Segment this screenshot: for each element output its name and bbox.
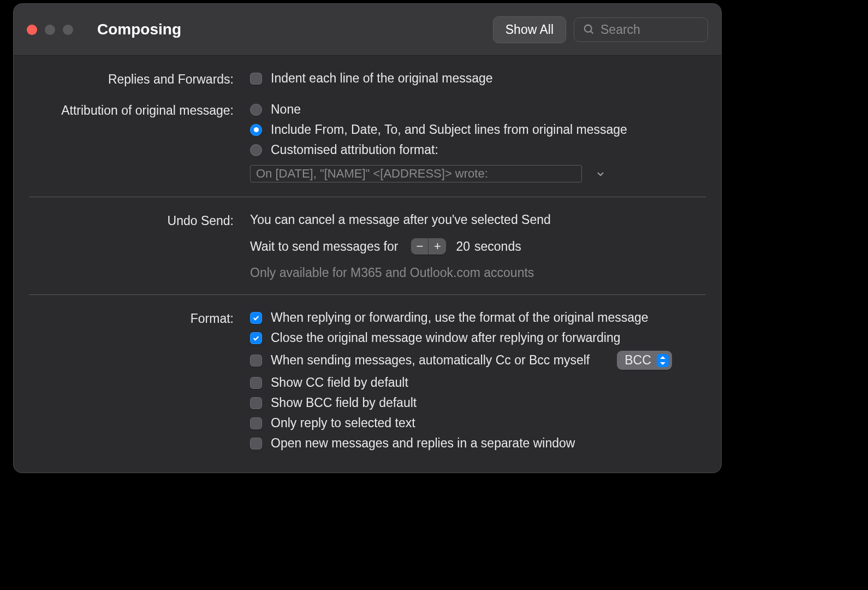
undo-seconds-value: 20	[456, 239, 470, 254]
window-title: Composing	[97, 21, 181, 38]
opt-show-bcc[interactable]: Show BCC field by default	[250, 396, 706, 410]
checkbox-close-original[interactable]	[250, 332, 262, 344]
label-undo: Undo Send:	[29, 213, 250, 228]
undo-wait-prefix: Wait to send messages for	[250, 239, 398, 254]
toolbar-right: Show All	[493, 16, 708, 43]
undo-seconds-stepper: − +	[411, 238, 446, 255]
text-use-original: When replying or forwarding, use the for…	[271, 310, 649, 325]
checkbox-use-original[interactable]	[250, 312, 262, 324]
text-show-cc: Show CC field by default	[271, 375, 408, 390]
text-attr-custom: Customised attribution format:	[271, 143, 438, 157]
undo-wait-line: Wait to send messages for − + 20 seconds	[250, 238, 706, 255]
updown-icon	[657, 354, 669, 367]
svg-point-0	[585, 25, 592, 32]
text-attr-none: None	[271, 102, 301, 117]
custom-attribution-input[interactable]: On [DATE], "[NAME]" <[ADDRESS]> wrote:	[250, 165, 582, 182]
radio-none[interactable]	[250, 104, 262, 116]
radio-custom[interactable]	[250, 144, 262, 156]
row-format: Format: When replying or forwarding, use…	[29, 310, 706, 451]
checkbox-show-bcc[interactable]	[250, 397, 262, 409]
opt-open-separate[interactable]: Open new messages and replies in a separ…	[250, 436, 706, 451]
preferences-window: Composing Show All Replies and Forwards:…	[13, 3, 722, 473]
text-indent: Indent each line of the original message	[271, 71, 493, 86]
svg-marker-3	[660, 362, 665, 365]
opt-indent[interactable]: Indent each line of the original message	[250, 71, 706, 86]
minimize-window-button[interactable]	[45, 25, 55, 35]
zoom-window-button[interactable]	[63, 25, 73, 35]
opt-close-original[interactable]: Close the original message window after …	[250, 331, 706, 345]
checkbox-auto-cc[interactable]	[250, 355, 262, 367]
opt-reply-selected[interactable]: Only reply to selected text	[250, 416, 706, 430]
search-icon	[583, 23, 595, 36]
opt-show-cc[interactable]: Show CC field by default	[250, 375, 706, 390]
radio-include[interactable]	[250, 124, 262, 136]
opt-attribution-custom[interactable]: Customised attribution format:	[250, 143, 706, 157]
label-attribution: Attribution of original message:	[29, 102, 250, 118]
close-window-button[interactable]	[27, 25, 37, 35]
divider-1	[29, 197, 706, 197]
custom-attribution-container: On [DATE], "[NAME]" <[ADDRESS]> wrote:	[250, 165, 706, 182]
svg-marker-2	[660, 356, 665, 359]
opt-use-original-format[interactable]: When replying or forwarding, use the for…	[250, 310, 706, 325]
chevron-down-icon[interactable]	[595, 168, 606, 179]
content: Replies and Forwards: Indent each line o…	[14, 56, 721, 473]
window-controls	[27, 25, 73, 35]
text-close-original: Close the original message window after …	[271, 331, 621, 345]
auto-cc-dropdown[interactable]: BCC	[617, 351, 672, 370]
search-box[interactable]	[574, 17, 708, 42]
undo-note: Only available for M365 and Outlook.com …	[250, 266, 706, 280]
undo-seconds-suffix: seconds	[474, 239, 521, 254]
text-auto-cc: When sending messages, automatically Cc …	[271, 353, 590, 368]
undo-desc: You can cancel a message after you've se…	[250, 213, 706, 227]
stepper-plus[interactable]: +	[429, 238, 446, 255]
text-open-separate: Open new messages and replies in a separ…	[271, 436, 575, 451]
label-format: Format:	[29, 310, 250, 326]
search-input[interactable]	[601, 22, 699, 37]
show-all-button[interactable]: Show All	[493, 16, 566, 43]
text-reply-selected: Only reply to selected text	[271, 416, 415, 430]
auto-cc-value: BCC	[625, 353, 651, 368]
text-attr-include: Include From, Date, To, and Subject line…	[271, 122, 627, 137]
divider-2	[29, 294, 706, 295]
opt-attribution-none[interactable]: None	[250, 102, 706, 117]
checkbox-reply-selected[interactable]	[250, 417, 262, 429]
opt-attribution-include[interactable]: Include From, Date, To, and Subject line…	[250, 122, 706, 137]
row-undo: Undo Send: You can cancel a message afte…	[29, 213, 706, 280]
checkbox-indent[interactable]	[250, 73, 262, 85]
checkbox-show-cc[interactable]	[250, 377, 262, 389]
svg-line-1	[591, 31, 593, 34]
checkbox-open-separate[interactable]	[250, 438, 262, 450]
opt-auto-cc: When sending messages, automatically Cc …	[250, 351, 706, 370]
stepper-minus[interactable]: −	[411, 238, 429, 255]
row-attribution: Attribution of original message: None In…	[29, 102, 706, 182]
row-replies: Replies and Forwards: Indent each line o…	[29, 71, 706, 87]
label-replies: Replies and Forwards:	[29, 71, 250, 87]
text-show-bcc: Show BCC field by default	[271, 396, 417, 410]
titlebar: Composing Show All	[14, 4, 721, 56]
